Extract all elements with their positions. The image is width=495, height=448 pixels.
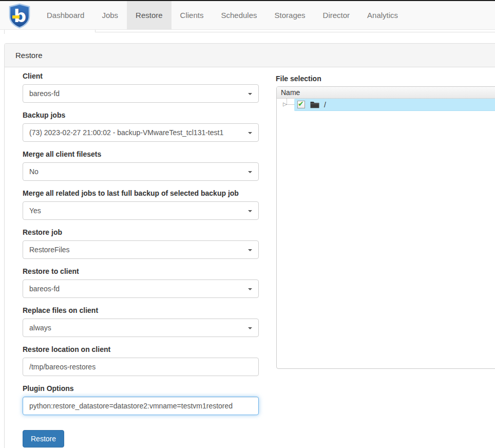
restore-location-input-value: /tmp/bareos-restores (29, 363, 96, 371)
restore-job-select[interactable]: RestoreFiles (23, 240, 259, 259)
form-group-merge-jobs: Merge all related jobs to last full back… (23, 189, 259, 220)
replace-files-label: Replace files on client (23, 306, 259, 315)
restore-submit-button[interactable]: Restore (23, 430, 64, 447)
panel-title: Restore (5, 44, 495, 67)
backup-jobs-select[interactable]: (73) 2023-02-27 21:00:02 - backup-VMware… (23, 123, 259, 142)
file-tree: ▷ ✔ / (277, 99, 495, 119)
checkbox-checked-icon[interactable]: ✔ (297, 101, 305, 108)
plugin-options-input-value: python:restore_datastore=datastore2:vmna… (29, 402, 233, 410)
nav-item-restore[interactable]: Restore (127, 1, 172, 29)
restore-to-client-select[interactable]: bareos-fd (23, 279, 259, 298)
chevron-down-icon (248, 327, 252, 329)
chevron-down-icon (248, 249, 252, 251)
file-selection-tree-panel: Name ▷ ✔ / (276, 86, 495, 369)
restore-form: Client bareos-fd Backup jobs (73) 2023-0… (23, 72, 259, 447)
nav-item-director[interactable]: Director (314, 1, 359, 29)
form-group-restore-job: Restore job RestoreFiles (23, 228, 259, 259)
nav-item-schedules[interactable]: Schedules (212, 1, 265, 29)
nav-item-jobs[interactable]: Jobs (93, 1, 127, 29)
restore-job-select-value: RestoreFiles (29, 246, 70, 254)
tree-node-label: / (324, 101, 326, 109)
chevron-down-icon (248, 288, 252, 290)
restore-to-client-select-value: bareos-fd (29, 285, 60, 293)
merge-jobs-select[interactable]: Yes (23, 201, 259, 220)
tab-bottom-border (95, 32, 495, 32)
tree-node-root[interactable]: ✔ / (294, 99, 495, 111)
tab-border-left (4, 30, 5, 34)
restore-job-label: Restore job (23, 228, 259, 237)
tree-dotted-line (287, 104, 294, 105)
main-navbar: b Dashboard Jobs Restore Clients Schedul… (0, 1, 495, 30)
restore-to-client-label: Restore to client (23, 267, 259, 276)
replace-files-select[interactable]: always (23, 319, 259, 337)
form-group-client: Client bareos-fd (23, 72, 259, 103)
navbar-menu: Dashboard Jobs Restore Clients Schedules… (38, 1, 407, 29)
plugin-options-label: Plugin Options (23, 384, 259, 393)
merge-jobs-select-value: Yes (29, 207, 41, 215)
chevron-down-icon (248, 132, 252, 134)
restore-location-label: Restore location on client (23, 345, 259, 354)
nav-item-dashboard[interactable]: Dashboard (38, 1, 93, 29)
chevron-down-icon (248, 171, 252, 173)
merge-filesets-select[interactable]: No (23, 162, 259, 181)
nav-item-clients[interactable]: Clients (172, 1, 213, 29)
client-label: Client (23, 72, 259, 81)
chevron-down-icon (248, 210, 252, 212)
merge-filesets-label: Merge all client filesets (23, 150, 259, 159)
file-selection-title: File selection (276, 74, 321, 83)
bareos-shield-icon: b (7, 3, 32, 29)
bareos-logo[interactable]: b (7, 3, 32, 29)
form-group-merge-filesets: Merge all client filesets No (23, 150, 259, 181)
client-select[interactable]: bareos-fd (23, 84, 259, 103)
backup-jobs-label: Backup jobs (23, 111, 259, 120)
tree-expander-icon[interactable]: ▷ (283, 101, 287, 108)
client-select-value: bareos-fd (29, 89, 60, 98)
plugin-options-input[interactable]: python:restore_datastore=datastore2:vmna… (23, 397, 259, 415)
restore-location-input[interactable]: /tmp/bareos-restores (23, 358, 259, 376)
merge-filesets-select-value: No (29, 167, 39, 176)
form-group-plugin-options: Plugin Options python:restore_datastore=… (23, 384, 259, 415)
folder-icon (310, 101, 319, 108)
chevron-down-icon (248, 93, 252, 95)
merge-jobs-label: Merge all related jobs to last full back… (23, 189, 259, 198)
form-group-backup-jobs: Backup jobs (73) 2023-02-27 21:00:02 - b… (23, 111, 259, 142)
tree-column-header-name[interactable]: Name (277, 87, 495, 99)
form-group-replace-files: Replace files on client always (23, 306, 259, 337)
form-group-restore-location: Restore location on client /tmp/bareos-r… (23, 345, 259, 376)
nav-item-analytics[interactable]: Analytics (358, 1, 407, 29)
nav-item-storages[interactable]: Storages (266, 1, 314, 29)
form-group-restore-to-client: Restore to client bareos-fd (23, 267, 259, 298)
backup-jobs-select-value: (73) 2023-02-27 21:00:02 - backup-VMware… (29, 128, 223, 137)
replace-files-select-value: always (29, 324, 51, 332)
